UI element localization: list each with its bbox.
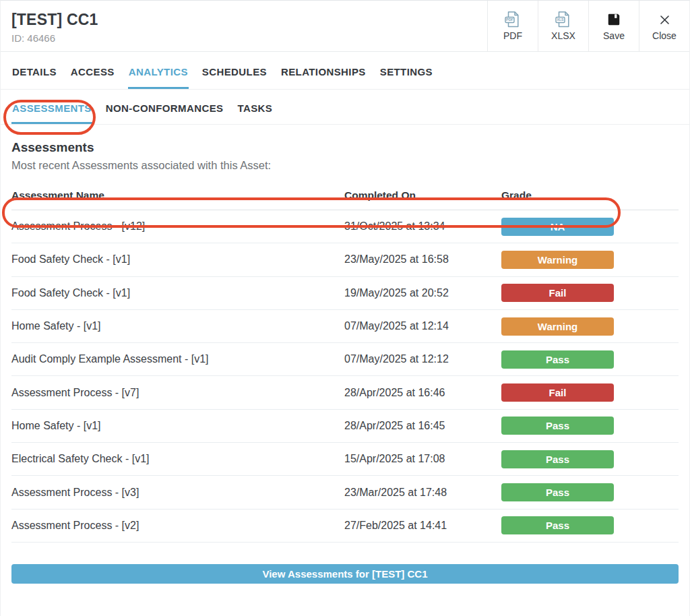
grade-cell: Pass [501, 450, 679, 468]
table-row[interactable]: Food Safety Check - [v1] 23/May/2025 at … [11, 243, 679, 276]
assessment-name-cell: Assessment Process - [v3] [11, 487, 344, 499]
table-row[interactable]: Assessment Process - [v3] 23/Mar/2025 at… [11, 476, 679, 509]
analytics-subtab-bar: ASSESSMENTSNON-CONFORMANCESTASKS [1, 90, 689, 125]
grade-badge: Fail [501, 284, 614, 302]
subtab-assessments[interactable]: ASSESSMENTS [11, 90, 92, 124]
grade-badge: Pass [501, 450, 614, 468]
grade-badge: Pass [501, 516, 614, 534]
grade-cell: Warning [501, 317, 679, 336]
column-header-grade: Grade [501, 189, 679, 202]
grade-cell: Pass [501, 516, 679, 534]
grade-badge: Warning [501, 251, 614, 269]
column-header-completed-on: Completed On [344, 189, 501, 202]
grade-cell: Pass [501, 350, 679, 369]
tab-schedules[interactable]: SCHEDULES [201, 52, 268, 89]
grade-cell: Pass [501, 417, 679, 435]
asset-id: ID: 46466 [11, 32, 476, 44]
completed-on-cell: 23/Mar/2025 at 17:48 [344, 487, 501, 499]
view-assessments-button[interactable]: View Assessments for [TEST] CC1 [11, 564, 679, 584]
svg-text:PDF: PDF [506, 18, 513, 22]
assessment-name-cell: Audit Comply Example Assessment - [v1] [11, 353, 344, 365]
assessment-name-cell: Assessment Process - [v12] [11, 220, 344, 233]
completed-on-cell: 07/May/2025 at 12:14 [344, 320, 501, 332]
table-body: Assessment Process - [v12] 31/Oct/2025 a… [11, 210, 679, 543]
grade-cell: Pass [501, 483, 679, 501]
grade-cell: Warning [501, 251, 679, 269]
save-button[interactable]: Save [588, 1, 639, 51]
assessment-name-cell: Electrical Safety Check - [v1] [11, 453, 344, 465]
xlsx-button-label: XLSX [551, 30, 575, 41]
asset-modal: [TEST] CC1 ID: 46466 PDF PDF [0, 0, 690, 616]
completed-on-cell: 28/Apr/2025 at 16:45 [344, 420, 501, 432]
completed-on-cell: 23/May/2025 at 16:58 [344, 253, 501, 266]
tab-settings[interactable]: SETTINGS [379, 52, 433, 89]
main-tab-bar: DETAILSACCESSANALYTICSSCHEDULESRELATIONS… [1, 52, 689, 90]
pdf-button[interactable]: PDF PDF [487, 1, 538, 51]
section-subtitle: Most recent Assessments associated with … [11, 159, 679, 172]
table-header-row: Assessment Name Completed On Grade [11, 181, 679, 210]
pdf-file-icon: PDF [504, 11, 522, 28]
table-row[interactable]: Assessment Process - [v12] 31/Oct/2025 a… [11, 210, 679, 243]
tab-details[interactable]: DETAILS [11, 52, 57, 89]
table-row[interactable]: Assessment Process - [v2] 27/Feb/2025 at… [11, 510, 679, 543]
page-title: [TEST] CC1 [11, 11, 476, 29]
completed-on-cell: 07/May/2025 at 12:12 [344, 353, 501, 365]
grade-badge: Pass [501, 483, 614, 501]
assessment-name-cell: Food Safety Check - [v1] [11, 253, 344, 266]
completed-on-cell: 27/Feb/2025 at 14:41 [344, 520, 501, 532]
grade-badge: Warning [501, 317, 614, 336]
subtab-non-conformances[interactable]: NON-CONFORMANCES [105, 90, 224, 124]
grade-badge: Fail [501, 383, 614, 402]
completed-on-cell: 15/Apr/2025 at 17:08 [344, 453, 501, 465]
assessment-name-cell: Assessment Process - [v2] [11, 520, 344, 532]
assessment-name-cell: Assessment Process - [v7] [11, 387, 344, 399]
assessments-table: Assessment Name Completed On Grade Asses… [11, 181, 679, 543]
tab-relationships[interactable]: RELATIONSHIPS [280, 52, 367, 89]
save-floppy-icon [606, 11, 621, 28]
grade-badge: Pass [501, 350, 614, 369]
column-header-assessment-name: Assessment Name [11, 189, 344, 202]
assessment-name-cell: Home Safety - [v1] [11, 420, 344, 432]
completed-on-cell: 31/Oct/2025 at 13:34 [344, 220, 501, 233]
svg-text:XLS: XLS [557, 18, 564, 22]
modal-header: [TEST] CC1 ID: 46466 PDF PDF [1, 1, 689, 52]
close-icon [658, 11, 671, 28]
xlsx-button[interactable]: XLS XLSX [538, 1, 588, 51]
grade-cell: Fail [501, 383, 679, 402]
grade-cell: NA [501, 218, 679, 236]
table-row[interactable]: Assessment Process - [v7] 28/Apr/2025 at… [11, 376, 679, 409]
table-row[interactable]: Home Safety - [v1] 07/May/2025 at 12:14 … [11, 310, 679, 343]
table-row[interactable]: Electrical Safety Check - [v1] 15/Apr/20… [11, 443, 679, 476]
tab-analytics[interactable]: ANALYTICS [128, 52, 189, 89]
header-title-block: [TEST] CC1 ID: 46466 [1, 1, 487, 51]
table-row[interactable]: Audit Comply Example Assessment - [v1] 0… [11, 343, 679, 376]
table-row[interactable]: Home Safety - [v1] 28/Apr/2025 at 16:45 … [11, 410, 679, 443]
tab-access[interactable]: ACCESS [70, 52, 115, 89]
assessment-name-cell: Food Safety Check - [v1] [11, 287, 344, 299]
completed-on-cell: 28/Apr/2025 at 16:46 [344, 387, 501, 399]
grade-cell: Fail [501, 284, 679, 302]
save-button-label: Save [603, 30, 625, 41]
grade-badge: Pass [501, 417, 614, 435]
table-row[interactable]: Food Safety Check - [v1] 19/May/2025 at … [11, 277, 679, 310]
assessment-name-cell: Home Safety - [v1] [11, 320, 344, 332]
pdf-button-label: PDF [503, 30, 522, 41]
subtab-tasks[interactable]: TASKS [237, 90, 274, 124]
grade-badge: NA [501, 218, 614, 236]
close-button-label: Close [652, 30, 677, 41]
close-button[interactable]: Close [639, 1, 689, 51]
header-actions: PDF PDF XLS XLSX [487, 1, 689, 51]
completed-on-cell: 19/May/2025 at 20:52 [344, 287, 501, 299]
section-title: Assessments [11, 140, 679, 155]
xlsx-file-icon: XLS [555, 11, 572, 28]
